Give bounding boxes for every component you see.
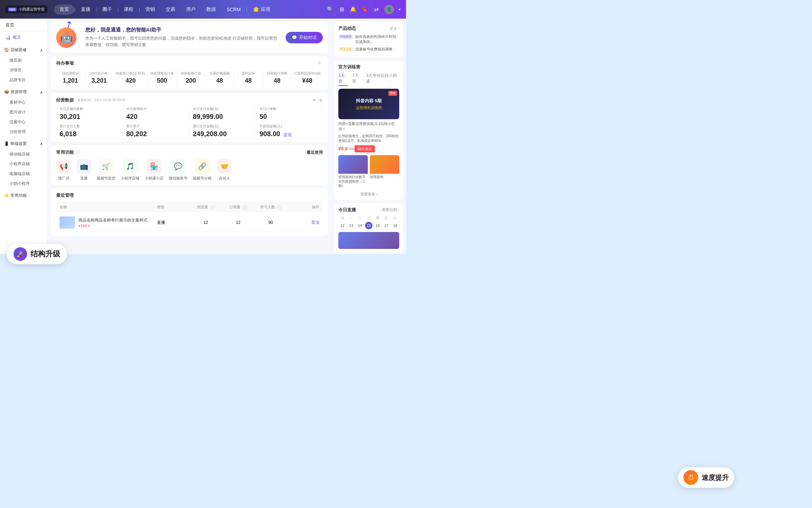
col-header-students: 学习人数 i bbox=[254, 205, 287, 210]
sidebar-item-pc[interactable]: 电脑端店铺 bbox=[0, 169, 47, 179]
news-item-0: 功能更新 如何高效的利用碎片时间完成系统... bbox=[338, 34, 399, 45]
sidebar-group-terminal-header[interactable]: 📱终端设置 ∧ bbox=[0, 138, 47, 149]
todo-item-pending-payment[interactable]: 待付款订单 3,201 bbox=[85, 70, 114, 86]
todo-grid: 待处理投诉 1,201 待付款订单 3,201 待发货订单(近30天) 420 … bbox=[56, 70, 323, 86]
chevron-up-icon-3: ∧ bbox=[40, 142, 43, 146]
sidebar-item-xiaoque[interactable]: 小鹊小程序 bbox=[0, 179, 47, 189]
enroll-button[interactable]: 截此报名 bbox=[355, 145, 375, 152]
product-type-cell: 直播 bbox=[157, 220, 189, 226]
func-ministore[interactable]: 🎵 小程序店铺 bbox=[121, 159, 139, 181]
training-tab-7day[interactable]: 7天营 bbox=[352, 73, 362, 86]
nav-item-live[interactable]: 直播 bbox=[75, 4, 96, 15]
sidebar-item-traffic[interactable]: 流量中心 bbox=[0, 117, 47, 127]
nav-item-marketing[interactable]: 营销 bbox=[140, 4, 160, 15]
news-text-0[interactable]: 如何高效的利用碎片时间完成系统... bbox=[355, 34, 399, 45]
bookmark-icon[interactable]: 🔖 bbox=[361, 6, 368, 13]
todo-item-withdraw[interactable]: 订货商提现待付款 ¥48 bbox=[292, 70, 323, 86]
training-mini-1[interactable]: 管理咨询 bbox=[370, 155, 399, 189]
func-live[interactable]: 📺 直播 bbox=[76, 159, 91, 181]
sidebar-group-resource: 📦资源管理 ∧ 素材中心 图片设计 流量中心 分组管理 bbox=[0, 86, 47, 137]
todo-settings-icon[interactable]: ⚙ bbox=[317, 61, 323, 66]
func-video-sell[interactable]: 🛒 视频号卖货 bbox=[97, 159, 115, 181]
sidebar-overview[interactable]: 📊 概况 bbox=[0, 32, 47, 43]
see-more-link[interactable]: 查看更多 › bbox=[360, 192, 378, 196]
func-title: 常用功能 i bbox=[56, 149, 80, 155]
search-icon[interactable]: 🔍 bbox=[327, 6, 334, 13]
cal-date-12[interactable]: 12 bbox=[339, 222, 346, 229]
sidebar-item-group[interactable]: 分组管理 bbox=[0, 127, 47, 137]
cal-date-14[interactable]: 14 bbox=[356, 222, 364, 229]
training-mini-0[interactable]: 管理咨询行业数字化升级训练营（三期） bbox=[338, 155, 368, 189]
product-dynamics-more[interactable]: 更多 › bbox=[390, 26, 399, 31]
func-video-dist[interactable]: 🔗 视频号分销 bbox=[193, 159, 211, 181]
views-info-icon[interactable]: i bbox=[210, 205, 215, 210]
todo-item-violation[interactable]: 违约记录 48 bbox=[234, 70, 263, 86]
product-dynamics-card: 产品动态 更多 › 功能更新 如何高效的利用碎片时间完成系统... 平台公告 流… bbox=[334, 22, 403, 57]
recent-manage-header: 最近管理 bbox=[56, 192, 323, 198]
layout-icon[interactable]: ⊞ bbox=[338, 6, 345, 13]
biz-settings-icon[interactable]: ⚙ bbox=[319, 98, 323, 103]
sidebar-group-common-header[interactable]: ⭐常用功能 bbox=[0, 190, 47, 201]
video-dist-icon: 🔗 bbox=[195, 159, 210, 174]
func-promoter[interactable]: 📢 推广员 bbox=[56, 159, 71, 181]
sidebar-item-image[interactable]: 图片设计 bbox=[0, 107, 47, 117]
func-info-icon[interactable]: i bbox=[76, 150, 80, 155]
biz-eye-icon[interactable]: 👁 bbox=[312, 98, 316, 103]
sidebar-item-material[interactable]: 素材中心 bbox=[0, 98, 47, 107]
sidebar-item-mobile[interactable]: 移动端店铺 bbox=[0, 149, 47, 159]
func-partner[interactable]: 🤝 合伙人 bbox=[217, 159, 232, 181]
cal-dates: 12 13 14 15 16 17 18 bbox=[338, 222, 399, 229]
refresh-icon[interactable]: ⇄ bbox=[373, 6, 380, 13]
product-action-cell[interactable]: 置顶 bbox=[287, 220, 319, 226]
main-layout: 首页 📊 概况 🏠店铺装修 ∧ 微页面 详情页 品牌专区 📦资源管理 ∧ 素材中… bbox=[0, 19, 406, 254]
todo-item-promoter[interactable]: 待审核推广员 200 bbox=[177, 70, 205, 86]
nav-item-trade[interactable]: 交易 bbox=[160, 4, 181, 15]
todo-item-merchant[interactable]: 待审核订货商 48 bbox=[263, 70, 292, 86]
user-dropdown-icon[interactable]: ▾ bbox=[399, 7, 401, 12]
sidebar-item-minipage[interactable]: 微页面 bbox=[0, 56, 47, 65]
students-info-icon[interactable]: i bbox=[277, 205, 281, 210]
sidebar-group-store-header[interactable]: 🏠店铺装修 ∧ bbox=[0, 44, 47, 56]
func-xiaoton-shop[interactable]: 🏪 小鹊通小店 bbox=[145, 159, 163, 181]
float-upgrade[interactable]: 🚀 结构升级 bbox=[7, 244, 67, 254]
nav-item-scrm[interactable]: SCRM bbox=[221, 5, 246, 14]
training-badge-label: 报名 bbox=[388, 91, 397, 96]
video-sell-icon: 🛒 bbox=[99, 159, 114, 174]
cal-date-13[interactable]: 13 bbox=[347, 222, 355, 229]
logo-area[interactable]: XED 小鹊通运营学堂 bbox=[5, 5, 47, 13]
sidebar-item-detail[interactable]: 详情页 bbox=[0, 65, 47, 75]
todo-item-intercept[interactable]: 交易拦截提醒 48 bbox=[205, 70, 234, 86]
func-wechat-service[interactable]: 💬 微信服务号 bbox=[169, 159, 187, 181]
nav-item-user[interactable]: 用户 bbox=[181, 4, 201, 15]
news-item-1: 平台公告 流量账号收费规则调整 bbox=[338, 47, 399, 52]
todo-item-aftersale[interactable]: 待处理售后订单 500 bbox=[148, 70, 177, 86]
training-tab-3day[interactable]: 3天营 bbox=[338, 73, 348, 86]
sidebar-home-label: 首页 bbox=[0, 19, 47, 32]
nav-item-circle[interactable]: 圈子 bbox=[97, 4, 117, 15]
avatar[interactable]: 👤 bbox=[384, 5, 394, 14]
bell-icon[interactable]: 🔔 bbox=[350, 6, 357, 13]
cal-date-17[interactable]: 17 bbox=[383, 222, 390, 229]
nav-item-app[interactable]: 🌟 应用 bbox=[247, 4, 276, 15]
mini-store-icon: 🎵 bbox=[123, 159, 138, 174]
history-link[interactable]: 查看往期 › bbox=[382, 207, 399, 212]
cal-date-18[interactable]: 18 bbox=[391, 222, 399, 229]
cal-date-15[interactable]: 15 bbox=[365, 222, 373, 229]
orders-info-icon[interactable]: i bbox=[243, 205, 247, 210]
cal-date-16[interactable]: 16 bbox=[374, 222, 381, 229]
sidebar-item-miniprogram[interactable]: 小程序店铺 bbox=[0, 159, 47, 169]
nav-item-home[interactable]: 首页 bbox=[54, 4, 74, 15]
withdraw-btn[interactable]: 提现 bbox=[284, 132, 292, 137]
nav-item-data[interactable]: 数据 bbox=[201, 4, 221, 15]
product-students-cell: 90 bbox=[254, 220, 287, 225]
ai-start-btn[interactable]: 💬 开始对话 bbox=[286, 32, 323, 43]
see-more-area: 查看更多 › bbox=[338, 192, 399, 197]
news-text-1[interactable]: 流量账号收费规则调整 bbox=[355, 47, 392, 52]
training-tab-tour[interactable]: 3天带你玩转小鹊通 bbox=[366, 73, 399, 86]
sidebar-group-resource-header[interactable]: 📦资源管理 ∧ bbox=[0, 86, 47, 98]
todo-item-complaint[interactable]: 待处理投诉 1,201 bbox=[56, 70, 85, 86]
sidebar-item-brand[interactable]: 品牌专区 bbox=[0, 75, 47, 85]
todo-item-pending-ship[interactable]: 待发货订单(近30天) 420 bbox=[114, 70, 148, 86]
nav-item-course[interactable]: 课程 bbox=[118, 4, 139, 15]
todo-section: 待办事项 ⚙ 待处理投诉 1,201 待付款订单 3,201 待发货订单(近30… bbox=[51, 56, 328, 90]
